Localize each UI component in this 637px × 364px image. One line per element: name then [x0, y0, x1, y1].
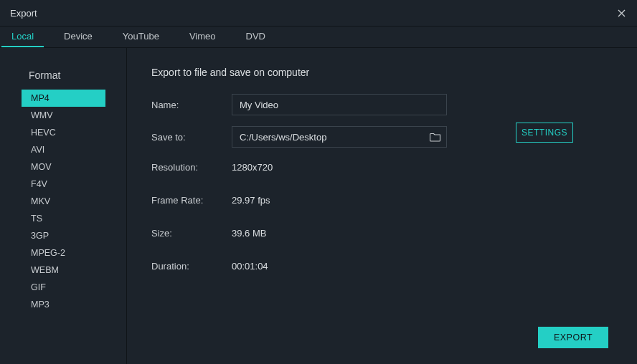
tab-vimeo[interactable]: Vimeo	[179, 27, 226, 47]
format-item-gif[interactable]: GIF	[22, 279, 105, 296]
save-to-field[interactable]: C:/Users/ws/Desktop	[232, 126, 447, 148]
main-panel: Export to file and save on computer Name…	[127, 48, 637, 364]
resolution-label: Resolution:	[151, 162, 232, 173]
format-item-mp4[interactable]: MP4	[22, 90, 105, 107]
format-item-mp3[interactable]: MP3	[22, 296, 105, 313]
format-item-avi[interactable]: AVI	[22, 141, 105, 158]
duration-value: 00:01:04	[232, 261, 268, 272]
tab-dvd[interactable]: DVD	[236, 27, 275, 47]
format-item-mov[interactable]: MOV	[22, 158, 105, 176]
tab-device[interactable]: Device	[54, 27, 103, 47]
save-to-value: C:/Users/ws/Desktop	[240, 132, 429, 143]
name-label: Name:	[151, 100, 232, 110]
save-to-label: Save to:	[151, 132, 232, 143]
size-label: Size:	[151, 228, 232, 239]
format-item-hevc[interactable]: HEVC	[22, 124, 105, 141]
window-title: Export	[10, 8, 37, 19]
size-value: 39.6 MB	[232, 228, 266, 239]
tab-local[interactable]: Local	[1, 27, 44, 47]
tab-youtube[interactable]: YouTube	[113, 27, 169, 47]
close-icon[interactable]	[614, 6, 628, 20]
format-item-webm[interactable]: WEBM	[22, 262, 105, 279]
format-item-mpeg2[interactable]: MPEG-2	[22, 244, 105, 262]
tab-bar: Local Device YouTube Vimeo DVD	[0, 27, 637, 48]
titlebar: Export	[0, 0, 637, 27]
format-item-3gp[interactable]: 3GP	[22, 227, 105, 244]
name-input[interactable]	[232, 94, 447, 115]
format-list: MP4 WMV HEVC AVI MOV F4V MKV TS 3GP MPEG…	[0, 90, 126, 313]
format-item-mkv[interactable]: MKV	[22, 193, 105, 210]
format-item-ts[interactable]: TS	[22, 210, 105, 227]
format-item-f4v[interactable]: F4V	[22, 176, 105, 193]
frame-rate-label: Frame Rate:	[151, 195, 232, 206]
sidebar-header: Format	[0, 65, 126, 90]
duration-label: Duration:	[151, 261, 232, 272]
sidebar: Format MP4 WMV HEVC AVI MOV F4V MKV TS 3…	[0, 48, 127, 364]
folder-icon[interactable]	[429, 130, 442, 143]
export-button[interactable]: EXPORT	[538, 327, 608, 348]
frame-rate-value: 29.97 fps	[232, 195, 270, 206]
resolution-value: 1280x720	[232, 162, 273, 173]
page-title: Export to file and save on computer	[151, 67, 613, 78]
settings-button[interactable]: SETTINGS	[516, 123, 573, 143]
format-item-wmv[interactable]: WMV	[22, 107, 105, 124]
